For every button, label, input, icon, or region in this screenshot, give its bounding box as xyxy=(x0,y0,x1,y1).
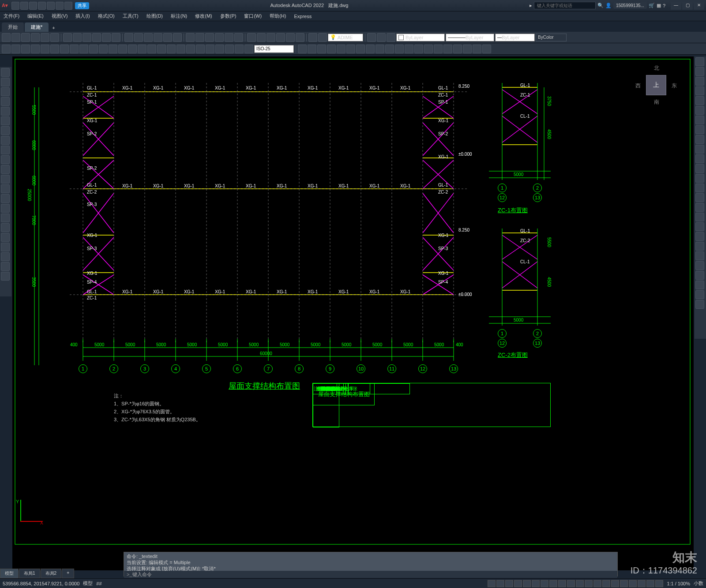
magnify-icon[interactable]: 🔍 xyxy=(597,3,604,8)
dim-tool-8[interactable] xyxy=(79,45,88,53)
command-input[interactable]: 键入命令 xyxy=(124,571,617,578)
lineweight-dropdown[interactable]: — ByLayer xyxy=(495,34,535,41)
nav-tool-20[interactable] xyxy=(695,251,704,260)
std-tool-30[interactable] xyxy=(308,33,317,42)
std-tool-5[interactable] xyxy=(50,33,59,42)
tab-model[interactable]: 模型 xyxy=(0,569,19,578)
status-toggle-3[interactable] xyxy=(514,580,522,587)
dim-tool-9[interactable] xyxy=(89,45,98,53)
viewcube-west[interactable]: 西 xyxy=(635,82,641,90)
menu-file[interactable]: 文件(F) xyxy=(4,13,19,19)
nav-tool-21[interactable] xyxy=(695,261,704,270)
status-toggle-9[interactable] xyxy=(567,580,575,587)
std-tool-28[interactable] xyxy=(286,33,295,42)
std-tool-14[interactable] xyxy=(144,33,153,42)
draw-tool-19[interactable] xyxy=(1,252,10,261)
nav-tool-18[interactable] xyxy=(695,232,704,241)
drawing-canvas[interactable]: 上 北 南 西 东 xyxy=(12,56,694,570)
menu-dim[interactable]: 标注(N) xyxy=(171,13,187,19)
mod-tool-10[interactable] xyxy=(395,45,404,53)
bycolor-dropdown[interactable]: ByColor xyxy=(536,34,567,41)
menu-insert[interactable]: 插入(I) xyxy=(75,13,90,19)
dim-tool-25[interactable] xyxy=(244,45,253,53)
apps-icon[interactable]: ▦ xyxy=(657,3,661,8)
menu-tools[interactable]: 工具(T) xyxy=(123,13,139,19)
draw-tool-17[interactable] xyxy=(1,233,10,242)
dim-tool-4[interactable] xyxy=(41,45,49,53)
nav-tool-1[interactable] xyxy=(695,67,704,76)
std-tool-8[interactable] xyxy=(83,33,91,42)
user-name[interactable]: 1505999135... xyxy=(613,2,647,9)
dim-tool-7[interactable] xyxy=(70,45,79,53)
std-tool-20[interactable] xyxy=(205,33,214,42)
user-icon[interactable]: 👤 xyxy=(605,3,612,8)
nav-tool-3[interactable] xyxy=(695,86,704,95)
nav-tool-6[interactable] xyxy=(695,116,704,124)
nav-tool-15[interactable] xyxy=(695,203,704,212)
nav-tool-5[interactable] xyxy=(695,106,704,115)
qat-saveas-icon[interactable] xyxy=(38,2,46,10)
dim-tool-2[interactable] xyxy=(21,45,30,53)
status-toggle-18[interactable] xyxy=(646,580,654,587)
mod-tool-18[interactable] xyxy=(473,45,481,53)
mod-tool-13[interactable] xyxy=(424,45,433,53)
nav-tool-0[interactable] xyxy=(695,57,704,66)
dim-tool-0[interactable] xyxy=(2,45,11,53)
nav-tool-4[interactable] xyxy=(695,96,704,105)
draw-tool-15[interactable] xyxy=(1,213,10,222)
std-tool-4[interactable] xyxy=(41,33,49,42)
draw-tool-21[interactable] xyxy=(1,272,10,281)
dimstyle-dropdown[interactable]: ISO-25 xyxy=(254,45,294,53)
status-toggle-11[interactable] xyxy=(585,580,593,587)
draw-tool-5[interactable] xyxy=(1,116,10,125)
dim-tool-11[interactable] xyxy=(109,45,117,53)
std-tool-12[interactable] xyxy=(124,33,133,42)
draw-tool-12[interactable] xyxy=(1,184,10,193)
mod-tool-3[interactable] xyxy=(327,45,336,53)
nav-tool-8[interactable] xyxy=(695,135,704,144)
mod-tool-4[interactable] xyxy=(337,45,345,53)
layer-tool-2[interactable] xyxy=(377,33,386,42)
std-tool-9[interactable] xyxy=(92,33,101,42)
menu-draw[interactable]: 绘图(D) xyxy=(146,13,163,19)
std-tool-17[interactable] xyxy=(173,33,182,42)
status-toggle-14[interactable] xyxy=(611,580,619,587)
status-toggle-0[interactable] xyxy=(488,580,496,587)
menu-param[interactable]: 参数(P) xyxy=(220,13,237,19)
viewcube-south[interactable]: 南 xyxy=(654,98,659,106)
std-tool-25[interactable] xyxy=(257,33,266,42)
std-tool-31[interactable] xyxy=(318,33,327,42)
status-toggle-4[interactable] xyxy=(523,580,531,587)
draw-tool-20[interactable] xyxy=(1,262,10,271)
layer-tool-1[interactable] xyxy=(367,33,376,42)
mod-tool-9[interactable] xyxy=(385,45,394,53)
dim-tool-1[interactable] xyxy=(11,45,20,53)
draw-tool-6[interactable] xyxy=(1,126,10,135)
mod-tool-2[interactable] xyxy=(317,45,326,53)
std-tool-10[interactable] xyxy=(102,33,111,42)
status-units[interactable]: 小数 xyxy=(694,580,703,587)
std-tool-1[interactable] xyxy=(11,33,20,42)
adime-dropdown[interactable]: 💡 ADIME xyxy=(328,34,363,41)
draw-tool-13[interactable] xyxy=(1,194,10,203)
close-button[interactable]: ✕ xyxy=(694,2,704,10)
nav-tool-2[interactable] xyxy=(695,77,704,86)
std-tool-7[interactable] xyxy=(73,33,82,42)
dim-tool-23[interactable] xyxy=(225,45,234,53)
draw-tool-1[interactable] xyxy=(1,78,10,86)
nav-tool-16[interactable] xyxy=(695,213,704,221)
linetype-dropdown[interactable]: ———— ByLayer xyxy=(446,34,494,41)
std-tool-26[interactable] xyxy=(267,33,275,42)
menu-modify[interactable]: 修改(M) xyxy=(195,13,212,19)
dim-tool-10[interactable] xyxy=(99,45,108,53)
mod-tool-0[interactable] xyxy=(298,45,307,53)
nav-tool-10[interactable] xyxy=(695,154,704,163)
tab-layout2[interactable]: 布局2 xyxy=(41,569,62,578)
nav-tool-7[interactable] xyxy=(695,125,704,134)
std-tool-27[interactable] xyxy=(276,33,285,42)
std-tool-13[interactable] xyxy=(134,33,143,42)
menu-express[interactable]: Express xyxy=(294,14,312,19)
nav-tool-19[interactable] xyxy=(695,242,704,251)
std-tool-11[interactable] xyxy=(112,33,120,42)
dim-tool-19[interactable] xyxy=(186,45,195,53)
